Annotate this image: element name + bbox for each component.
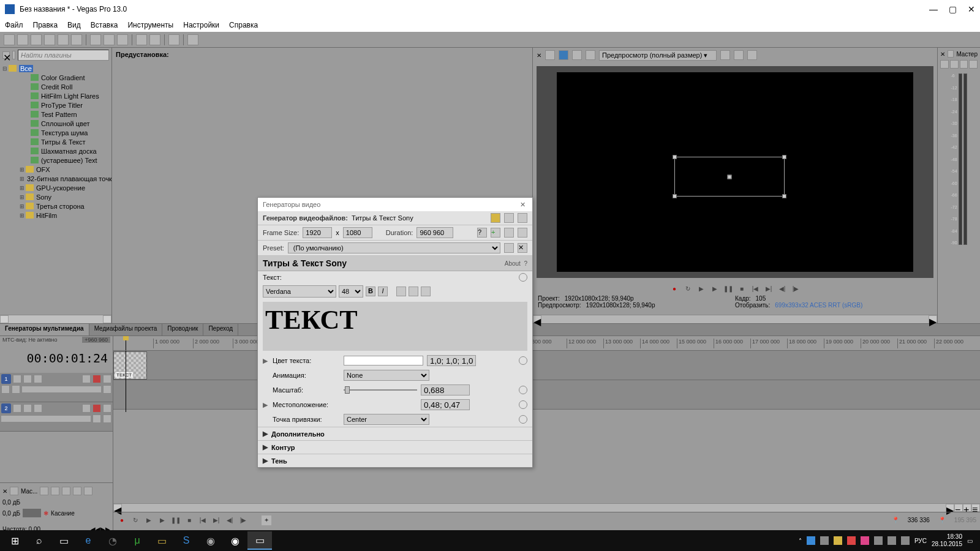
text-bounding-box[interactable] [674, 157, 785, 197]
preview-scrollbar[interactable]: ◀▶ [533, 315, 937, 323]
close-panel-icon[interactable]: ✕ [2, 51, 10, 59]
app-icon[interactable]: ◔ [100, 531, 125, 550]
go-start-button[interactable]: |◀ [750, 283, 760, 293]
master-btn-4[interactable] [969, 60, 978, 69]
track-settings-icon[interactable] [103, 385, 111, 394]
mixer-btn[interactable] [62, 487, 70, 495]
tree-fx-item[interactable]: Текстура шума [1, 128, 110, 137]
tab-project-media[interactable]: Медиафайлы проекта [89, 324, 163, 335]
language-indicator[interactable]: РУС [914, 538, 927, 544]
play-button[interactable]: ▶ [710, 283, 720, 293]
frame-height-input[interactable] [343, 227, 372, 238]
stop-button[interactable]: ■ [184, 515, 194, 525]
tree-fx-item[interactable]: HitFilm Light Flares [1, 91, 110, 100]
align-left-button[interactable] [396, 287, 406, 296]
track-automation-icon[interactable] [23, 375, 32, 383]
notification-icon[interactable] [901, 536, 910, 545]
playhead[interactable] [126, 336, 126, 350]
preview-canvas[interactable] [537, 66, 933, 278]
preview-fx-icon[interactable] [586, 50, 595, 60]
next-frame-button[interactable]: |▶ [791, 283, 801, 293]
mute-button[interactable] [92, 375, 101, 383]
help-button[interactable] [187, 34, 198, 45]
tab-media-generators[interactable]: Генераторы мультимедиа [0, 324, 89, 335]
keyframe-icon[interactable] [491, 213, 500, 223]
scale-slider[interactable] [344, 386, 417, 394]
play-start-button[interactable]: ▶ [696, 283, 706, 293]
volume-slider[interactable] [1, 416, 91, 422]
tree-fx-item[interactable]: Сплошной цвет [1, 119, 110, 128]
cursor-position[interactable]: 336 336 [908, 517, 930, 523]
menu-view[interactable]: Вид [67, 21, 81, 29]
position-value[interactable] [421, 399, 470, 410]
keyframe-clock-icon[interactable] [519, 415, 527, 424]
master-btn-2[interactable] [950, 60, 959, 69]
snap-button[interactable] [168, 34, 179, 45]
keyframe-clock-icon[interactable] [519, 400, 527, 409]
menu-insert[interactable]: Вставка [91, 21, 118, 29]
pause-button[interactable]: ❚❚ [171, 515, 181, 525]
search-icon[interactable] [12, 51, 15, 59]
stop-button[interactable]: ■ [737, 283, 747, 293]
tray-icon[interactable] [820, 536, 829, 545]
go-end-button[interactable]: ▶| [764, 283, 774, 293]
copy-snapshot-icon[interactable] [734, 50, 744, 60]
section-advanced[interactable]: Дополнительно [271, 430, 325, 438]
help-icon[interactable]: ? [477, 228, 487, 238]
textcolor-value[interactable] [427, 355, 476, 366]
master-btn-1[interactable] [940, 60, 949, 69]
tab-transitions[interactable]: Переход [203, 324, 238, 335]
fontsize-dropdown[interactable]: 48 [339, 285, 363, 298]
loop-button[interactable]: ↻ [130, 515, 140, 525]
mixer-btn[interactable] [40, 487, 48, 495]
loop-button[interactable]: ↻ [683, 283, 693, 293]
video-track-header[interactable]: 1 [0, 373, 113, 402]
explorer-icon[interactable]: ▭ [149, 531, 174, 550]
save-icon[interactable] [504, 243, 514, 253]
play-button[interactable]: ▶ [157, 515, 167, 525]
track-bypass-icon[interactable] [34, 375, 42, 383]
prev-frame-button[interactable]: ◀| [777, 283, 787, 293]
network-icon[interactable] [874, 536, 883, 545]
expand-icon[interactable]: ▶ [263, 457, 268, 465]
animation-dropdown[interactable]: None [344, 370, 429, 381]
settings-icon[interactable] [518, 228, 527, 238]
track-fx-icon[interactable] [13, 375, 21, 383]
keyframe-clock-icon[interactable] [519, 273, 527, 282]
keyframe-clock-icon[interactable] [519, 386, 527, 394]
tree-fx-item[interactable]: (устаревшее) Text [1, 156, 110, 165]
selection-length[interactable]: 195 395 [954, 517, 976, 523]
video-track-lane[interactable]: ТЕКСТ [113, 351, 980, 380]
search-input[interactable] [18, 50, 109, 61]
search-button[interactable]: ⌕ [27, 531, 51, 550]
go-start-button[interactable]: |◀ [198, 515, 208, 525]
volume-icon[interactable] [888, 536, 896, 545]
marker2-icon[interactable]: 📍 [938, 517, 946, 523]
time-ruler[interactable]: 1 000 000 2 000 000 3 000 000 000 800 00… [113, 336, 980, 351]
prev-frame-button[interactable]: ◀| [225, 515, 235, 525]
utorrent-icon[interactable]: μ [125, 531, 149, 550]
section-shadow[interactable]: Тень [271, 457, 287, 465]
fader[interactable] [23, 509, 41, 517]
maximize-button[interactable]: ▢ [949, 4, 957, 14]
mixer-btn[interactable] [73, 487, 81, 495]
master-btn-3[interactable] [960, 60, 968, 69]
menu-settings[interactable]: Настройки [183, 21, 219, 29]
automation-mode[interactable]: Касание [51, 510, 75, 517]
split-screen-icon[interactable] [572, 50, 582, 60]
arm-record-icon[interactable] [82, 404, 91, 413]
track-settings-icon[interactable] [103, 414, 111, 423]
track-number-1[interactable]: 1 [1, 374, 11, 384]
anchor-dropdown[interactable]: Center [344, 414, 429, 425]
italic-button[interactable]: I [378, 287, 388, 296]
mixer-btn[interactable] [51, 487, 59, 495]
timeline-scrollbar[interactable]: ◀▶−+≡ [113, 503, 980, 512]
mute-button[interactable] [92, 404, 101, 413]
pan-crop-icon[interactable] [504, 213, 514, 223]
go-end-button[interactable]: ▶| [211, 515, 221, 525]
align-center-button[interactable] [409, 287, 418, 296]
tree-fx-item[interactable]: Шахматная доска [1, 146, 110, 156]
tree-folder[interactable]: ⊞GPU-ускорение [1, 183, 110, 192]
text-input-area[interactable]: ТЕКСТ [263, 302, 527, 351]
add-icon[interactable]: + [491, 228, 500, 238]
